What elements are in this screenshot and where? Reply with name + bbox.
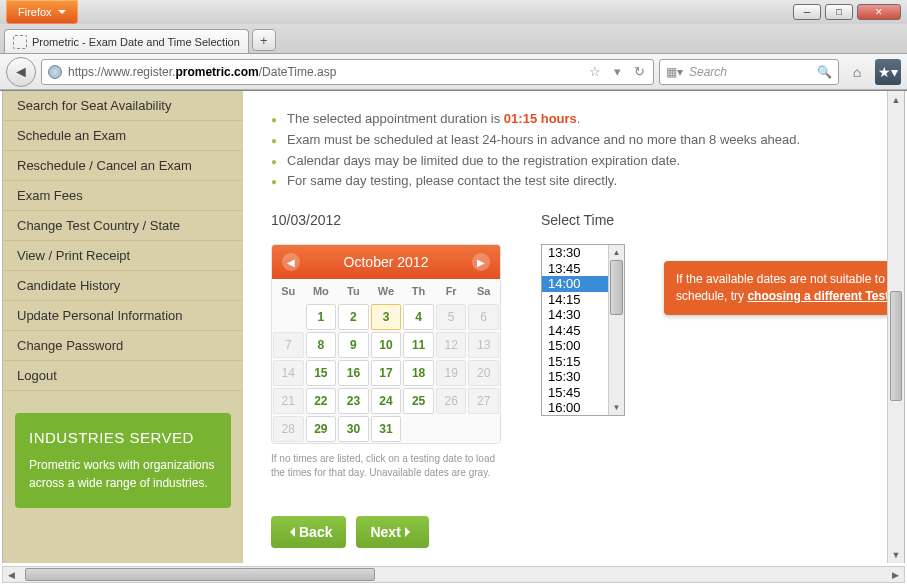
browser-chrome: Firefox ─ □ ✕ Prometric - Exam Date and … [0, 0, 907, 91]
sidebar-link[interactable]: Candidate History [3, 271, 243, 301]
calendar-next-button[interactable]: ▶ [472, 253, 490, 271]
next-button[interactable]: Next [356, 516, 428, 548]
url-text: https://www.register.prometric.com/DateT… [68, 65, 581, 79]
main-content: The selected appointment duration is 01:… [243, 91, 904, 563]
calendar-day[interactable]: 13 [468, 332, 499, 358]
calendar-day[interactable]: 3 [371, 304, 402, 330]
nav-back-button[interactable]: ◄ [6, 57, 36, 87]
page-viewport: Search for Seat AvailabilitySchedule an … [2, 91, 905, 563]
scroll-down-arrow-icon[interactable]: ▼ [609, 400, 624, 415]
calendar-day[interactable]: 1 [306, 304, 337, 330]
choose-different-test-link[interactable]: choosing a different Test [747, 289, 889, 303]
calendar-day[interactable]: 23 [338, 388, 369, 414]
scroll-up-arrow-icon[interactable]: ▲ [888, 91, 904, 108]
calendar-day [468, 416, 499, 442]
sidebar-link[interactable]: Search for Seat Availability [3, 91, 243, 121]
bookmarks-menu-button[interactable]: ★▾ [875, 59, 901, 85]
calendar-day[interactable]: 27 [468, 388, 499, 414]
search-engine-icon[interactable]: ▦▾ [666, 65, 683, 79]
scroll-down-arrow-icon[interactable]: ▼ [888, 546, 904, 563]
calendar-day[interactable]: 19 [436, 360, 467, 386]
new-tab-button[interactable]: + [252, 29, 276, 51]
address-bar[interactable]: https://www.register.prometric.com/DateT… [41, 59, 654, 85]
sidebar-link[interactable]: Change Test Country / State [3, 211, 243, 241]
window-maximize-button[interactable]: □ [825, 4, 853, 20]
listbox-scrollbar[interactable]: ▲ ▼ [608, 245, 624, 415]
calendar-day[interactable]: 4 [403, 304, 434, 330]
instruction-bullets: The selected appointment duration is 01:… [271, 109, 876, 192]
tab-favicon [13, 35, 27, 49]
calendar-day[interactable]: 15 [306, 360, 337, 386]
calendar-footnote: If no times are listed, click on a testi… [271, 452, 501, 480]
calendar-day[interactable]: 22 [306, 388, 337, 414]
horizontal-scrollbar[interactable]: ◀ ▶ [2, 566, 905, 583]
search-icon[interactable]: 🔍 [817, 65, 832, 79]
sidebar-link[interactable]: Logout [3, 361, 243, 391]
calendar-day[interactable]: 14 [273, 360, 304, 386]
instruction-item: Exam must be scheduled at least 24-hours… [271, 130, 876, 151]
instruction-item: Calendar days may be limited due to the … [271, 151, 876, 172]
window-close-button[interactable]: ✕ [857, 4, 901, 20]
select-time-label: Select Time [541, 212, 641, 228]
firefox-menu-button[interactable]: Firefox [6, 0, 78, 24]
sidebar-link[interactable]: Update Personal Information [3, 301, 243, 331]
sidebar-link[interactable]: Reschedule / Cancel an Exam [3, 151, 243, 181]
scroll-right-arrow-icon[interactable]: ▶ [887, 567, 904, 582]
calendar-day[interactable]: 26 [436, 388, 467, 414]
calendar-day[interactable]: 24 [371, 388, 402, 414]
calendar-day[interactable]: 16 [338, 360, 369, 386]
window-minimize-button[interactable]: ─ [793, 4, 821, 20]
search-placeholder: Search [689, 65, 811, 79]
calendar: ◀ October 2012 ▶ SuMoTuWeThFrSa123456789… [271, 244, 501, 444]
browser-tab[interactable]: Prometric - Exam Date and Time Selection [4, 29, 249, 53]
selected-date-label: 10/03/2012 [271, 212, 501, 228]
calendar-day [436, 416, 467, 442]
calendar-day[interactable]: 25 [403, 388, 434, 414]
scroll-thumb[interactable] [890, 291, 902, 401]
calendar-day[interactable]: 2 [338, 304, 369, 330]
vertical-scrollbar[interactable]: ▲ ▼ [887, 91, 904, 563]
sidebar-link[interactable]: Change Password [3, 331, 243, 361]
chevron-left-icon [285, 527, 295, 537]
sidebar-nav: Search for Seat AvailabilitySchedule an … [3, 91, 243, 563]
dropdown-arrow-icon[interactable]: ▾ [609, 64, 625, 79]
calendar-day[interactable]: 18 [403, 360, 434, 386]
calendar-dow: Su [272, 279, 305, 303]
calendar-day[interactable]: 30 [338, 416, 369, 442]
calendar-day[interactable]: 28 [273, 416, 304, 442]
calendar-day[interactable]: 12 [436, 332, 467, 358]
calendar-day[interactable]: 6 [468, 304, 499, 330]
tab-title: Prometric - Exam Date and Time Selection [32, 36, 240, 48]
sidebar-link[interactable]: Exam Fees [3, 181, 243, 211]
instruction-item: For same day testing, please contact the… [271, 171, 876, 192]
scroll-up-arrow-icon[interactable]: ▲ [609, 245, 624, 260]
calendar-day[interactable]: 9 [338, 332, 369, 358]
reload-icon[interactable]: ↻ [631, 64, 647, 79]
time-listbox[interactable]: 13:3013:4514:0014:1514:3014:4515:0015:15… [541, 244, 625, 416]
industries-card-title: Industries Served [29, 429, 217, 446]
scroll-thumb[interactable] [25, 568, 375, 581]
calendar-day[interactable]: 20 [468, 360, 499, 386]
back-button[interactable]: Back [271, 516, 346, 548]
calendar-prev-button[interactable]: ◀ [282, 253, 300, 271]
calendar-month-label: October 2012 [344, 254, 429, 270]
sidebar-link[interactable]: View / Print Receipt [3, 241, 243, 271]
sidebar-link[interactable]: Schedule an Exam [3, 121, 243, 151]
calendar-day[interactable]: 21 [273, 388, 304, 414]
calendar-day[interactable]: 31 [371, 416, 402, 442]
calendar-day [403, 416, 434, 442]
scroll-thumb[interactable] [610, 260, 623, 315]
industries-card-body: Prometric works with organizations acros… [29, 456, 217, 492]
home-button[interactable]: ⌂ [844, 59, 870, 85]
calendar-day[interactable]: 7 [273, 332, 304, 358]
calendar-day[interactable]: 11 [403, 332, 434, 358]
calendar-day[interactable]: 10 [371, 332, 402, 358]
calendar-day[interactable]: 8 [306, 332, 337, 358]
calendar-day[interactable]: 17 [371, 360, 402, 386]
calendar-day[interactable]: 5 [436, 304, 467, 330]
search-bar[interactable]: ▦▾ Search 🔍 [659, 59, 839, 85]
bookmark-star-icon[interactable]: ☆ [587, 64, 603, 79]
scroll-left-arrow-icon[interactable]: ◀ [3, 567, 20, 582]
instruction-item: The selected appointment duration is 01:… [271, 109, 876, 130]
calendar-day[interactable]: 29 [306, 416, 337, 442]
